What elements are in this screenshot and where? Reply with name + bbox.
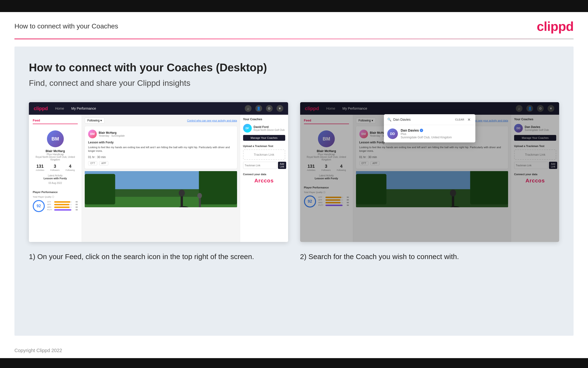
nav-home[interactable]: Home	[55, 107, 64, 110]
screenshot-frame-left: clippd Home My Performance ⌕ 👤 ⚙ ▼ Feed	[29, 102, 288, 242]
golf-scene-image	[85, 171, 237, 207]
search-query[interactable]: Dan Davies	[393, 118, 453, 121]
screenshot-block-left: clippd Home My Performance ⌕ 👤 ⚙ ▼ Feed	[29, 102, 288, 262]
clippd-logo: clippd	[537, 19, 574, 34]
coach-avatar: DF	[243, 124, 252, 133]
bar-app: APP 85	[47, 203, 78, 206]
settings-icon[interactable]: ⚙	[266, 105, 273, 112]
post-duration: 01 hr : 30 min	[88, 156, 234, 159]
step2-number: 2)	[300, 253, 307, 260]
section-subtitle: Find, connect and share your Clippd insi…	[29, 78, 559, 88]
total-quality: 92 OTT 90 APP	[33, 200, 78, 212]
main-content: How to connect with your Coaches (Deskto…	[14, 46, 574, 336]
coach-info: David Ford Royal North Devon Golf Club	[254, 125, 285, 131]
search-result[interactable]: DD Dan Davies ✓ Plus Sunningdale Golf Cl…	[384, 125, 475, 142]
svg-point-10	[197, 193, 202, 198]
search-icon[interactable]: ⌕	[245, 105, 252, 112]
stat-followers: 3 Followers	[50, 164, 60, 171]
nav-icons: ⌕ 👤 ⚙ ▼	[245, 105, 283, 112]
post-author-info: Blair McHarg Yesterday · Sunningdale	[99, 131, 125, 137]
profile-stats: 131 Activities 3 Followers 4 Following	[33, 164, 78, 171]
trackman-title: Upload a Trackman Test	[243, 145, 285, 147]
screenshot-frame-right: clippd Home My Performance ⌕ 👤 ⚙ ▼ Feed	[300, 102, 559, 242]
search-icon-overlay: 🔍	[387, 118, 391, 121]
svg-rect-5	[199, 171, 237, 204]
quality-score: 92	[33, 200, 45, 212]
nav-my-performance[interactable]: My Performance	[71, 107, 96, 110]
svg-rect-7	[181, 195, 183, 207]
coach-item: DF David Ford Royal North Devon Golf Clu…	[243, 124, 285, 133]
close-button[interactable]: ✕	[466, 117, 472, 122]
bar-ott: OTT 90	[47, 201, 78, 203]
svg-rect-9	[199, 197, 201, 207]
total-quality-label: Total Player Quality ⓘ	[33, 195, 78, 199]
header: How to connect with your Coaches clippd	[0, 12, 588, 38]
step2-caption: 2) Search for the Coach you wish to conn…	[300, 252, 559, 262]
result-avatar: DD	[387, 129, 398, 139]
profile-handicap: Plus Handicap	[33, 153, 78, 156]
control-link[interactable]: Control who can see your activity and da…	[187, 119, 237, 122]
top-bar	[0, 0, 588, 12]
post-title: Lesson with Fordy	[88, 141, 234, 144]
app-body: Feed BM Blair McHarg Plus Handicap Royal…	[29, 115, 288, 242]
trackman-section: Upload a Trackman Test Trackman Link Add…	[243, 145, 285, 169]
result-role: Plus	[401, 132, 452, 136]
post-author-name: Blair McHarg	[99, 131, 125, 135]
app-sidebar: Feed BM Blair McHarg Plus Handicap Royal…	[29, 115, 82, 242]
post-header: BM Blair McHarg Yesterday · Sunningdale	[88, 130, 234, 138]
trackman-input[interactable]	[243, 162, 277, 169]
copyright: Copyright Clippd 2022	[14, 348, 62, 353]
profile-name: Blair McHarg	[33, 149, 78, 153]
step2-text: Search for the Coach you wish to connect…	[308, 253, 459, 260]
quality-bars: OTT 90 APP 85	[47, 201, 78, 211]
result-info: Dan Davies ✓ Plus Sunningdale Golf Club,…	[401, 129, 452, 139]
bar-arg: ARG 86	[47, 206, 78, 208]
nav-logo: clippd	[34, 106, 48, 111]
search-bar: 🔍 Dan Davies CLEAR ✕	[384, 114, 475, 125]
connect-title: Connect your data	[243, 173, 285, 176]
clear-button[interactable]: CLEAR	[455, 118, 464, 121]
arccos-logo: Arccos	[243, 178, 285, 184]
feed-tab[interactable]: Feed	[33, 119, 78, 124]
header-divider	[14, 38, 574, 39]
trackman-add-button[interactable]: Add Link	[278, 162, 286, 169]
footer: Copyright Clippd 2022	[0, 343, 588, 358]
section-title: How to connect with your Coaches (Deskto…	[29, 61, 559, 74]
manage-coaches-button[interactable]: Manage Your Coaches	[243, 135, 285, 141]
following-button[interactable]: Following ▾	[85, 118, 105, 123]
page-title: How to connect with your Coaches	[14, 22, 118, 30]
stat-activities-label: Activities	[36, 169, 44, 171]
profile-club: Royal North Devon Golf Club, United King…	[33, 156, 78, 161]
result-club: Sunningdale Golf Club, United Kingdom	[401, 136, 452, 139]
feed-post: BM Blair McHarg Yesterday · Sunningdale …	[85, 126, 237, 169]
profile-card: BM Blair McHarg Plus Handicap Royal Nort…	[33, 128, 78, 187]
post-text: Looking to feel like my hands are exitin…	[88, 146, 234, 153]
stat-following: 4 Following	[65, 164, 75, 171]
screenshots-row: clippd Home My Performance ⌕ 👤 ⚙ ▼ Feed	[29, 102, 559, 262]
trackman-placeholder: Trackman Link	[243, 149, 285, 160]
perf-title: Player Performance	[33, 191, 78, 193]
coach-club: Royal North Devon Golf Club	[254, 129, 285, 131]
step1-caption: 1) On your Feed, click on the search ico…	[29, 252, 288, 262]
step1-text: On your Feed, click on the search icon i…	[37, 253, 254, 260]
connect-section: Connect your data Arccos	[243, 173, 285, 184]
svg-point-8	[179, 189, 185, 196]
search-overlay: 🔍 Dan Davies CLEAR ✕ DD Dan Davies ✓ Plu	[384, 114, 475, 142]
trackman-input-row: Add Link	[243, 162, 285, 169]
verified-badge: ✓	[420, 129, 423, 132]
following-row: Following ▾ Control who can see your act…	[85, 118, 237, 123]
stat-activities-value: 131	[36, 164, 44, 169]
app-nav: clippd Home My Performance ⌕ 👤 ⚙ ▼	[29, 102, 288, 115]
post-meta: Yesterday · Sunningdale	[99, 135, 125, 137]
coaches-title: Your Coaches	[243, 118, 285, 121]
avatar-icon[interactable]: ▼	[277, 105, 283, 112]
activity-name: Lesson with Fordy	[33, 177, 78, 180]
activity-date: 03 Aug 2022	[33, 182, 78, 184]
player-performance: Player Performance Total Player Quality …	[33, 191, 78, 212]
app-right-panel: Your Coaches DF David Ford Royal North D…	[240, 115, 288, 242]
stat-followers-label: Followers	[50, 169, 60, 171]
app-main: Following ▾ Control who can see your act…	[82, 115, 240, 242]
profile-avatar: BM	[47, 130, 64, 147]
user-icon[interactable]: 👤	[255, 105, 262, 112]
tag-ott: OTT	[88, 161, 97, 165]
